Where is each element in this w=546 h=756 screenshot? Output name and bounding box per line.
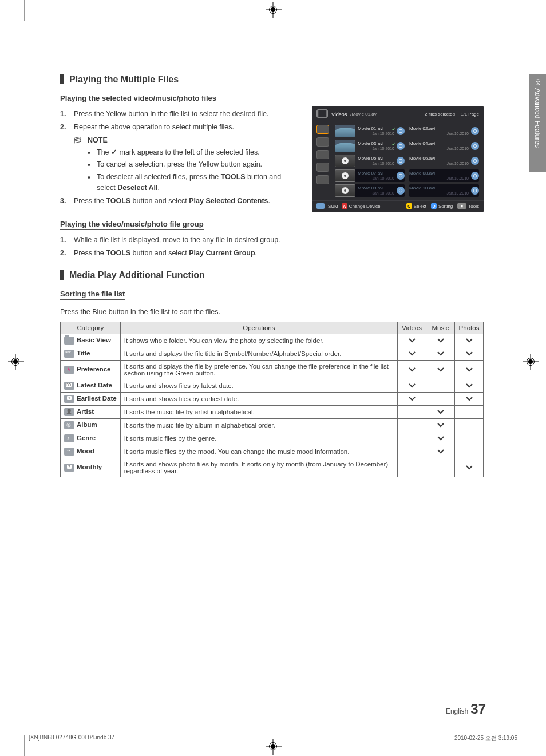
svg-point-5	[399, 144, 402, 148]
shot-title: Videos	[331, 112, 347, 117]
table-row: Latest DateIt sorts and shows files by l…	[61, 379, 484, 393]
device-icon	[316, 137, 329, 147]
note-bullets: The ✓ mark appears to the left of the se…	[88, 147, 289, 194]
sum-icon	[316, 203, 325, 209]
file-tile: Movie 02.aviJan.10.2010	[409, 125, 479, 137]
crop-mark	[0, 30, 21, 30]
select-badge-icon	[471, 187, 479, 195]
table-row: GenreIt sorts music files by the genre.	[61, 432, 484, 445]
device-icon	[316, 125, 329, 134]
film-icon	[316, 109, 328, 119]
table-row: MonthlyIt sorts and shows photo files by…	[61, 458, 484, 477]
section-media-play: Media Play Additional Function	[60, 270, 484, 280]
key-d-icon: D	[431, 203, 437, 209]
subsection-selected-files: Playing the selected video/music/photo f…	[60, 94, 216, 104]
crop-mark	[520, 735, 520, 756]
table-row: ArtistIt sorts the music file by artist …	[61, 406, 484, 419]
select-badge-icon	[397, 187, 405, 195]
select-badge-icon: ✓	[397, 142, 405, 150]
select-badge-icon: ✓	[397, 127, 405, 135]
chevron-down-icon	[409, 337, 416, 342]
chevron-down-icon	[409, 350, 416, 355]
category-icon	[64, 434, 74, 442]
print-metadata: [XN]BN68-02748G-00L04.indb 37 2010-02-25…	[29, 734, 517, 742]
registration-mark-icon	[269, 6, 277, 14]
sorting-table: Category Operations Videos Music Photos …	[60, 322, 484, 477]
key-tools-icon: ∎	[457, 203, 466, 209]
category-icon	[64, 395, 74, 403]
svg-point-11	[399, 189, 402, 192]
svg-point-4	[473, 129, 477, 133]
note: NOTE	[74, 136, 289, 146]
category-icon	[64, 421, 74, 429]
chevron-down-icon	[466, 337, 473, 342]
side-tab: 04 Advanced Features	[529, 74, 546, 172]
select-badge-icon	[397, 172, 405, 180]
key-c-icon: C	[406, 203, 412, 209]
chevron-down-icon	[409, 395, 416, 400]
registration-mark-icon	[527, 358, 535, 366]
category-icon	[64, 382, 74, 390]
chevron-down-icon	[466, 366, 473, 371]
device-icon	[316, 175, 329, 184]
chevron-down-icon	[409, 382, 416, 387]
file-tile: Movie 05.aviJan.10.2010	[335, 155, 405, 167]
select-badge-icon	[471, 157, 479, 165]
key-a-icon: A	[342, 203, 347, 209]
svg-rect-2	[326, 110, 328, 117]
select-badge-icon	[471, 142, 479, 150]
svg-rect-0	[317, 110, 327, 117]
table-row: AlbumIt sorts the music file by album in…	[61, 419, 484, 432]
crop-mark	[0, 727, 21, 727]
file-tile: Movie 10.aviJan.10.2010	[409, 184, 479, 197]
thumbnail	[335, 140, 355, 152]
crop-mark	[525, 30, 546, 30]
crop-mark	[24, 735, 25, 756]
side-tab-number: 04	[535, 79, 541, 86]
svg-rect-1	[317, 110, 319, 117]
svg-point-7	[399, 159, 402, 163]
chevron-down-icon	[409, 366, 416, 371]
check-icon: ✓	[111, 147, 117, 158]
subsection-sorting: Sorting the file list	[60, 290, 125, 300]
file-tile: Movie 08.aviJan.10.2010	[409, 169, 479, 182]
page-footer: English37	[60, 701, 486, 717]
svg-point-6	[473, 144, 477, 148]
thumbnail	[335, 155, 355, 167]
file-tile: Movie 04.aviJan.10.2010	[409, 140, 479, 152]
table-row: Basic ViewIt shows whole folder. You can…	[61, 334, 484, 347]
steps-selected: 1.Press the Yellow button in the file li…	[60, 109, 289, 133]
chevron-down-icon	[437, 435, 444, 440]
device-icon	[316, 150, 329, 159]
chevron-down-icon	[466, 464, 473, 469]
crop-mark	[520, 0, 520, 21]
category-icon	[64, 366, 74, 374]
crop-mark	[24, 0, 25, 21]
thumbnail	[335, 125, 355, 137]
note-icon	[74, 137, 84, 144]
select-badge-icon	[471, 127, 479, 135]
select-badge-icon	[471, 172, 479, 180]
device-list	[316, 125, 331, 197]
file-tile: Movie 09.aviJan.10.2010	[335, 184, 405, 197]
subsection-file-group: Playing the video/music/photo file group	[60, 220, 204, 230]
side-tab-label: Advanced Features	[529, 88, 546, 148]
category-icon	[64, 350, 74, 358]
category-icon	[64, 337, 74, 345]
file-tile: Movie 01.aviJan.10.2010✓	[335, 125, 405, 137]
table-row: Earliest DateIt sorts and shows files by…	[61, 393, 484, 406]
registration-mark-icon	[269, 742, 277, 750]
category-icon	[64, 464, 74, 472]
registration-mark-icon	[11, 358, 19, 366]
crop-mark	[525, 727, 546, 727]
file-tile: Movie 03.aviJan.10.2010✓	[335, 140, 405, 152]
sorting-intro: Press the Blue button in the file list t…	[60, 308, 484, 316]
svg-point-8	[473, 159, 477, 163]
shot-path: /Movie 01.avi	[350, 112, 421, 117]
chevron-down-icon	[437, 350, 444, 355]
table-row: MoodIt sorts music files by the mood. Yo…	[61, 445, 484, 458]
device-icon	[316, 163, 329, 172]
category-icon	[64, 408, 74, 416]
table-row: PreferenceIt sorts and displays the file…	[61, 361, 484, 379]
thumbnail	[335, 184, 355, 197]
